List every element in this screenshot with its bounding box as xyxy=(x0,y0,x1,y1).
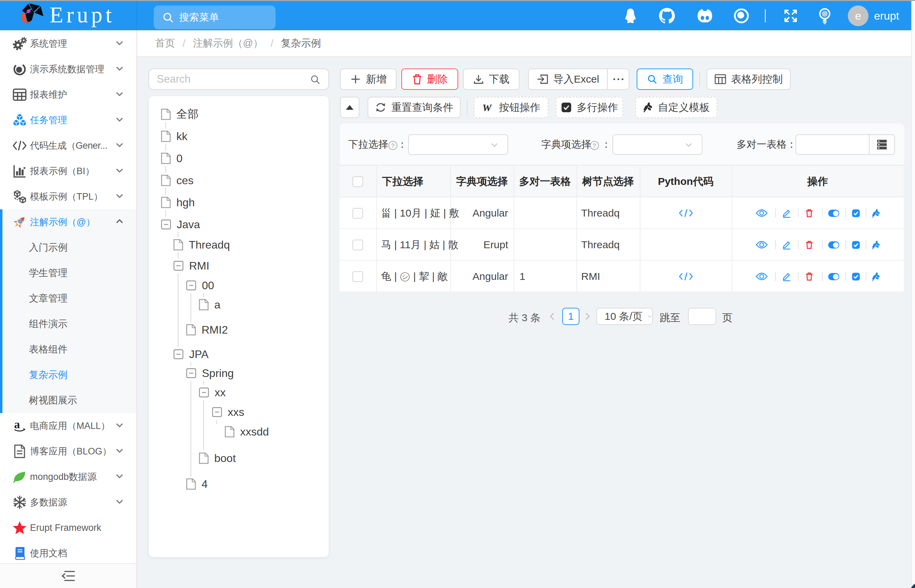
svg-text:?: ? xyxy=(391,142,394,149)
svg-text:?: ? xyxy=(593,142,596,149)
svg-text:a: a xyxy=(14,419,20,431)
svg-text:W: W xyxy=(482,102,492,113)
